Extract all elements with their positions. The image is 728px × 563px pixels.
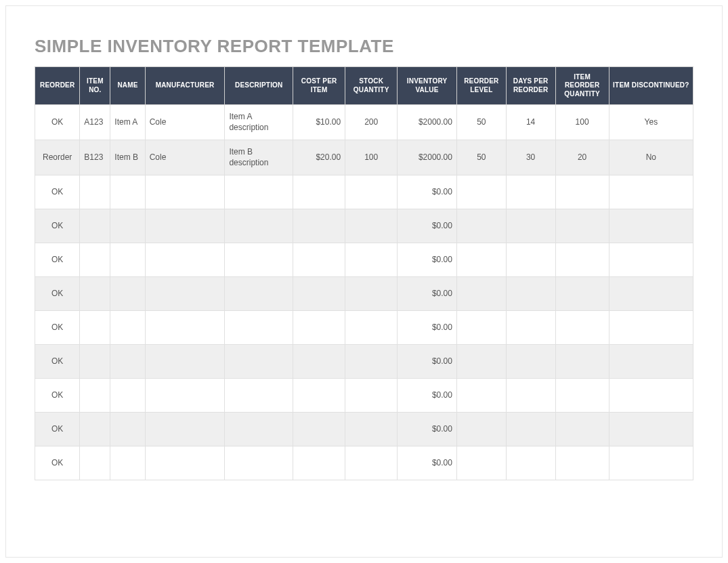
cell-item-reorder-quantity: 20 — [555, 140, 609, 175]
cell-reorder: OK — [35, 209, 80, 243]
cell-description — [225, 175, 293, 209]
cell-days-per-reorder: 14 — [506, 105, 555, 140]
cell-days-per-reorder — [506, 209, 555, 243]
cell-description — [225, 243, 293, 277]
table-row: OK$0.00 — [35, 277, 693, 311]
cell-reorder-level — [456, 175, 506, 209]
cell-item-no — [80, 175, 110, 209]
cell-reorder-level — [456, 345, 506, 379]
cell-cost-per-item — [293, 413, 345, 446]
cell-manufacturer — [145, 209, 225, 243]
cell-reorder: OK — [35, 311, 80, 345]
cell-name — [110, 175, 145, 209]
col-reorder: REORDER — [35, 67, 80, 105]
col-reorder-level: REORDER LEVEL — [456, 67, 506, 105]
cell-name: Item B — [110, 140, 145, 175]
cell-description — [225, 311, 293, 345]
cell-stock-quantity — [345, 446, 398, 480]
cell-item-no — [80, 243, 110, 277]
cell-description: Item A description — [225, 105, 293, 140]
cell-item-no — [80, 209, 110, 243]
cell-item-discontinued — [609, 311, 693, 345]
col-item-discontinued: ITEM DISCONTINUED? — [609, 67, 693, 105]
cell-item-no: A123 — [80, 105, 110, 140]
cell-item-reorder-quantity — [555, 209, 609, 243]
table-row: OK$0.00 — [35, 243, 693, 277]
cell-stock-quantity — [345, 243, 398, 277]
cell-cost-per-item — [293, 243, 345, 277]
cell-manufacturer — [145, 175, 225, 209]
inventory-table: REORDER ITEM NO. NAME MANUFACTURER DESCR… — [35, 66, 693, 480]
table-row: ReorderB123Item BColeItem B description$… — [35, 140, 693, 175]
cell-item-no — [80, 345, 110, 379]
cell-manufacturer — [145, 379, 225, 413]
cell-name — [110, 446, 145, 480]
cell-days-per-reorder — [506, 345, 555, 379]
cell-manufacturer — [145, 277, 225, 311]
cell-description — [225, 277, 293, 311]
page-title: SIMPLE INVENTORY REPORT TEMPLATE — [35, 36, 693, 57]
table-row: OK$0.00 — [35, 446, 693, 480]
cell-days-per-reorder — [506, 379, 555, 413]
cell-days-per-reorder — [506, 311, 555, 345]
col-description: DESCRIPTION — [225, 67, 293, 105]
col-item-reorder-quantity: ITEM REORDER QUANTITY — [555, 67, 609, 105]
cell-item-discontinued — [609, 345, 693, 379]
cell-name — [110, 277, 145, 311]
cell-item-discontinued — [609, 379, 693, 413]
table-row: OK$0.00 — [35, 345, 693, 379]
col-inventory-value: INVENTORY VALUE — [398, 67, 457, 105]
cell-inventory-value: $0.00 — [398, 413, 457, 446]
cell-inventory-value: $2000.00 — [398, 105, 457, 140]
cell-cost-per-item: $10.00 — [293, 105, 345, 140]
cell-stock-quantity — [345, 345, 398, 379]
cell-cost-per-item — [293, 277, 345, 311]
cell-item-discontinued — [609, 413, 693, 446]
cell-days-per-reorder — [506, 277, 555, 311]
cell-description — [225, 413, 293, 446]
cell-item-discontinued — [609, 175, 693, 209]
cell-reorder-level: 50 — [456, 140, 506, 175]
cell-reorder-level — [456, 311, 506, 345]
cell-item-discontinued — [609, 277, 693, 311]
cell-inventory-value: $0.00 — [398, 379, 457, 413]
cell-reorder-level — [456, 209, 506, 243]
cell-cost-per-item — [293, 446, 345, 480]
cell-stock-quantity: 200 — [345, 105, 398, 140]
cell-inventory-value: $0.00 — [398, 345, 457, 379]
cell-description — [225, 379, 293, 413]
col-name: NAME — [110, 67, 145, 105]
cell-item-no: B123 — [80, 140, 110, 175]
cell-days-per-reorder — [506, 175, 555, 209]
cell-item-no — [80, 311, 110, 345]
cell-reorder-level — [456, 277, 506, 311]
cell-reorder-level — [456, 379, 506, 413]
cell-manufacturer: Cole — [145, 105, 225, 140]
cell-reorder: OK — [35, 379, 80, 413]
cell-reorder: OK — [35, 345, 80, 379]
cell-name — [110, 311, 145, 345]
cell-reorder-level — [456, 413, 506, 446]
cell-name: Item A — [110, 105, 145, 140]
table-row: OK$0.00 — [35, 413, 693, 446]
cell-inventory-value: $0.00 — [398, 175, 457, 209]
col-stock-quantity: STOCK QUANTITY — [345, 67, 398, 105]
cell-stock-quantity: 100 — [345, 140, 398, 175]
cell-reorder: Reorder — [35, 140, 80, 175]
cell-manufacturer — [145, 311, 225, 345]
cell-name — [110, 413, 145, 446]
cell-reorder: OK — [35, 413, 80, 446]
cell-inventory-value: $0.00 — [398, 311, 457, 345]
cell-days-per-reorder — [506, 446, 555, 480]
cell-stock-quantity — [345, 413, 398, 446]
table-row: OK$0.00 — [35, 209, 693, 243]
cell-cost-per-item — [293, 379, 345, 413]
table-row: OKA123Item AColeItem A description$10.00… — [35, 105, 693, 140]
cell-stock-quantity — [345, 379, 398, 413]
cell-item-reorder-quantity: 100 — [555, 105, 609, 140]
cell-reorder: OK — [35, 175, 80, 209]
cell-stock-quantity — [345, 311, 398, 345]
document-frame: SIMPLE INVENTORY REPORT TEMPLATE REORDER… — [5, 5, 723, 558]
cell-item-reorder-quantity — [555, 175, 609, 209]
cell-item-discontinued — [609, 243, 693, 277]
